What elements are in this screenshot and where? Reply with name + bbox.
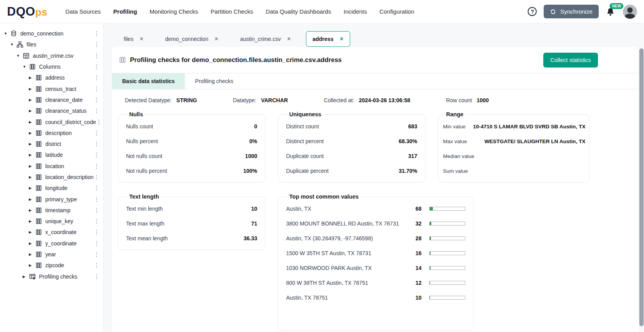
tree-item-label[interactable]: clearance_date xyxy=(45,97,83,103)
tree-item-timestamp[interactable]: ▶timestamp⋮ xyxy=(0,205,103,216)
expand-arrow-icon[interactable]: ▶ xyxy=(29,76,34,80)
kebab-menu-icon[interactable]: ⋮ xyxy=(94,52,100,59)
tree-item-y-coordinate[interactable]: ▶y_coordinate⋮ xyxy=(0,238,103,249)
kebab-menu-icon[interactable]: ⋮ xyxy=(94,251,100,258)
help-icon[interactable]: ? xyxy=(528,7,537,16)
tree-item-x-coordinate[interactable]: ▶x_coordinate⋮ xyxy=(0,227,103,238)
kebab-menu-icon[interactable]: ⋮ xyxy=(94,74,100,81)
collect-statistics-button[interactable]: Collect statistics xyxy=(543,53,598,67)
tree-item-label[interactable]: council_district_code xyxy=(45,119,96,125)
kebab-menu-icon[interactable]: ⋮ xyxy=(94,196,100,203)
tab-address[interactable]: address× xyxy=(306,31,350,47)
tree-item-label[interactable]: y_coordinate xyxy=(45,240,76,247)
tree-item-label[interactable]: austin_crime.csv xyxy=(33,53,73,59)
tree-item-label[interactable]: address xyxy=(45,75,65,81)
expand-arrow-icon[interactable]: ▶ xyxy=(29,131,34,135)
user-avatar[interactable] xyxy=(623,5,637,19)
expand-arrow-icon[interactable]: ▶ xyxy=(29,175,34,179)
tree-item-address[interactable]: ▶address⋮ xyxy=(0,72,103,83)
tree-item-label[interactable]: x_coordinate xyxy=(45,229,76,235)
kebab-menu-icon[interactable]: ⋮ xyxy=(94,63,100,70)
expand-arrow-icon[interactable]: ▶ xyxy=(29,186,34,190)
collapse-arrow-icon[interactable]: ▼ xyxy=(10,43,16,46)
tree-item-latitude[interactable]: ▶latitude⋮ xyxy=(0,149,103,160)
expand-arrow-icon[interactable]: ▶ xyxy=(29,142,34,146)
main-scrollbar-thumb[interactable] xyxy=(639,48,644,326)
tab-files[interactable]: files× xyxy=(117,31,150,47)
expand-arrow-icon[interactable]: ▶ xyxy=(29,208,34,212)
tree-item-label[interactable]: census_tract xyxy=(45,86,76,92)
kebab-menu-icon[interactable]: ⋮ xyxy=(94,96,100,103)
expand-arrow-icon[interactable]: ▶ xyxy=(29,109,34,113)
tree-item-district[interactable]: ▶district⋮ xyxy=(0,138,103,149)
tree-item-label[interactable]: files xyxy=(27,41,36,48)
tree-item-austin-crime-csv[interactable]: ▼austin_crime.csv⋮ xyxy=(0,50,103,61)
dqops-logo[interactable]: DQOps xyxy=(7,5,47,19)
kebab-menu-icon[interactable]: ⋮ xyxy=(94,273,100,280)
close-tab-icon[interactable]: × xyxy=(140,37,143,41)
notifications-button[interactable]: NEW xyxy=(606,7,616,17)
tree-item-census-tract[interactable]: ▶census_tract⋮ xyxy=(0,83,103,94)
tree-item-clearance-status[interactable]: ▶clearance_status⋮ xyxy=(0,105,103,116)
tree-item-label[interactable]: primary_type xyxy=(45,196,77,202)
tree-item-label[interactable]: unique_key xyxy=(45,218,73,224)
expand-arrow-icon[interactable]: ▶ xyxy=(29,197,34,201)
expand-arrow-icon[interactable]: ▶ xyxy=(23,275,28,279)
tree-item-label[interactable]: Columns xyxy=(39,64,60,70)
collapse-arrow-icon[interactable]: ▼ xyxy=(16,54,22,58)
tree-item-primary-type[interactable]: ▶primary_type⋮ xyxy=(0,194,103,204)
tree-item-zipcode[interactable]: ▶zipcode⋮ xyxy=(0,260,103,271)
tree-item-location[interactable]: ▶location⋮ xyxy=(0,161,103,172)
expand-arrow-icon[interactable]: ▶ xyxy=(29,252,34,256)
tree-item-label[interactable]: longitude xyxy=(45,185,68,191)
kebab-menu-icon[interactable]: ⋮ xyxy=(94,218,100,225)
tree-item-demo-connection[interactable]: ▼demo_connection⋮ xyxy=(0,28,103,39)
nav-monitoring-checks[interactable]: Monitoring Checks xyxy=(149,8,198,15)
tree-item-longitude[interactable]: ▶longitude⋮ xyxy=(0,183,103,194)
kebab-menu-icon[interactable]: ⋮ xyxy=(94,174,100,181)
tree-item-label[interactable]: zipcode xyxy=(45,262,64,268)
kebab-menu-icon[interactable]: ⋮ xyxy=(94,140,100,147)
tree-item-label[interactable]: clearance_status xyxy=(45,108,87,114)
tree-item-description[interactable]: ▶description⋮ xyxy=(0,128,103,138)
expand-arrow-icon[interactable]: ▶ xyxy=(29,164,34,168)
subtab-basic-data-statistics[interactable]: Basic data statistics xyxy=(112,73,185,89)
tree-item-label[interactable]: demo_connection xyxy=(20,30,64,37)
tree-item-label[interactable]: location xyxy=(45,163,64,169)
nav-data-sources[interactable]: Data Sources xyxy=(65,8,101,15)
close-tab-icon[interactable]: × xyxy=(340,37,343,41)
nav-configuration[interactable]: Configuration xyxy=(379,8,414,15)
tree-item-columns[interactable]: ▼Columns⋮ xyxy=(0,61,103,72)
collapse-arrow-icon[interactable]: ▼ xyxy=(4,32,9,36)
expand-arrow-icon[interactable]: ▶ xyxy=(29,153,34,157)
close-tab-icon[interactable]: × xyxy=(287,37,290,41)
kebab-menu-icon[interactable]: ⋮ xyxy=(94,85,100,92)
collapse-arrow-icon[interactable]: ▼ xyxy=(23,65,28,69)
tree-item-year[interactable]: ▶year⋮ xyxy=(0,249,103,260)
expand-arrow-icon[interactable]: ▶ xyxy=(29,241,34,245)
tree-item-location-description[interactable]: ▶location_description⋮ xyxy=(0,172,103,183)
tree-item-label[interactable]: timestamp xyxy=(45,207,71,213)
tree-item-label[interactable]: year xyxy=(45,251,56,257)
tab-demo-connection[interactable]: demo_connection× xyxy=(158,31,225,47)
tree-item-profiling-checks[interactable]: ▶Profiling checks⋮ xyxy=(0,271,103,282)
kebab-menu-icon[interactable]: ⋮ xyxy=(94,30,100,37)
expand-arrow-icon[interactable]: ▶ xyxy=(29,98,34,102)
close-tab-icon[interactable]: × xyxy=(215,37,218,41)
kebab-menu-icon[interactable]: ⋮ xyxy=(94,240,100,247)
expand-arrow-icon[interactable]: ▶ xyxy=(29,120,34,124)
expand-arrow-icon[interactable]: ▶ xyxy=(29,263,34,267)
expand-arrow-icon[interactable]: ▶ xyxy=(29,219,34,223)
tree-item-council-district-code[interactable]: ▶council_district_code⋮ xyxy=(0,116,103,127)
tree-item-label[interactable]: latitude xyxy=(45,152,63,158)
expand-arrow-icon[interactable]: ▶ xyxy=(29,87,34,91)
kebab-menu-icon[interactable]: ⋮ xyxy=(94,262,100,269)
tree-item-label[interactable]: description xyxy=(45,130,72,136)
kebab-menu-icon[interactable]: ⋮ xyxy=(94,130,100,137)
kebab-menu-icon[interactable]: ⋮ xyxy=(94,163,100,170)
kebab-menu-icon[interactable]: ⋮ xyxy=(94,207,100,214)
subtab-profiling-checks[interactable]: Profiling checks xyxy=(185,73,244,89)
tree-item-label[interactable]: district xyxy=(45,141,61,147)
nav-profiling[interactable]: Profiling xyxy=(113,8,137,15)
kebab-menu-icon[interactable]: ⋮ xyxy=(94,151,100,158)
